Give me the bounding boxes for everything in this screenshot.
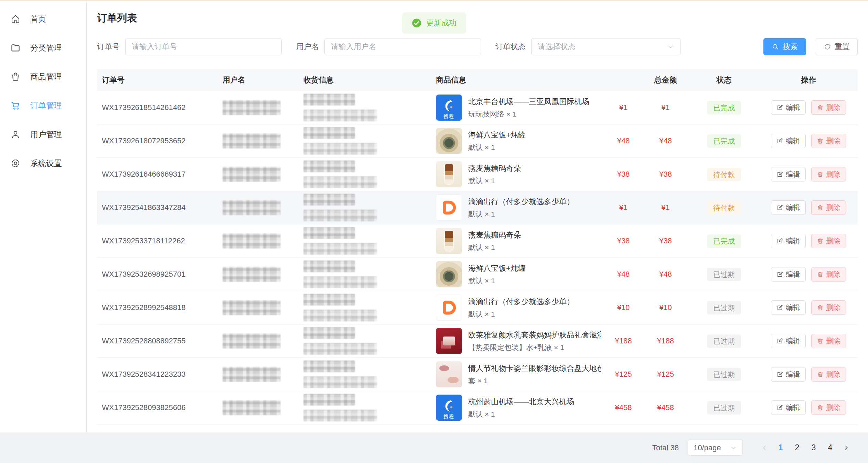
address-cell: [300, 127, 432, 155]
price-cell: ¥48: [604, 136, 642, 145]
delete-button[interactable]: 删除: [811, 234, 846, 248]
status-badge: 已过期: [707, 368, 741, 381]
edit-button[interactable]: 编辑: [771, 134, 806, 148]
redacted-address-line1: [303, 227, 355, 239]
unit-price: ¥458: [615, 403, 632, 412]
product-spec: 默认 × 1: [468, 276, 526, 286]
edit-button[interactable]: 编辑: [771, 300, 806, 315]
status-cell: 已完成: [689, 234, 759, 248]
edit-button[interactable]: 编辑: [771, 100, 806, 115]
total-cell: ¥1: [642, 203, 689, 212]
edit-button-label: 编辑: [786, 370, 800, 379]
table-row: WX17392533718112262 燕麦焦糖码奇朵 默认 × 1 ¥38 ¥…: [97, 224, 858, 258]
redacted-address-line1: [303, 294, 355, 306]
edit-button[interactable]: 编辑: [771, 234, 806, 248]
product-cell: 携程 北京丰台机场——三亚凤凰国际机场 玩玩技网络 × 1: [432, 95, 604, 121]
sidebar-item-categories[interactable]: 分类管理: [0, 33, 86, 62]
username-cell: [219, 333, 300, 349]
prev-page-button[interactable]: [757, 440, 772, 456]
actions-cell: 编辑 删除: [759, 200, 858, 215]
edit-icon: [776, 304, 783, 311]
price-cell: ¥38: [604, 236, 642, 245]
unit-price: ¥188: [615, 337, 632, 345]
username-input[interactable]: [324, 38, 481, 55]
edit-button[interactable]: 编辑: [771, 167, 806, 181]
sidebar-item-products[interactable]: 商品管理: [0, 62, 86, 91]
redacted-username: [223, 400, 280, 415]
page-button-2[interactable]: 2: [789, 440, 805, 456]
delete-button[interactable]: 删除: [811, 167, 846, 181]
product-cell: 情人节礼物卡姿兰眼影彩妆综合盘大地色... 套 × 1: [432, 361, 604, 387]
product-image: 携程: [436, 395, 462, 421]
delete-button[interactable]: 删除: [811, 367, 846, 382]
edit-button[interactable]: 编辑: [771, 200, 806, 215]
status-cell: 已过期: [689, 301, 759, 315]
sidebar-item-settings[interactable]: 系统设置: [0, 149, 86, 178]
actions-cell: 编辑 删除: [759, 267, 858, 282]
redacted-address-line2: [303, 243, 377, 255]
total-amount: ¥48: [659, 270, 672, 278]
edit-button[interactable]: 编辑: [771, 367, 806, 382]
page-size-select[interactable]: 10/page: [688, 440, 743, 456]
delete-button[interactable]: 删除: [811, 200, 846, 215]
page-button-4[interactable]: 4: [822, 440, 838, 456]
price-cell: ¥38: [604, 170, 642, 179]
edit-button-label: 编辑: [786, 136, 800, 146]
page-button-1[interactable]: 1: [772, 440, 789, 456]
sidebar: 首页 分类管理 商品管理 订单管理 用户管理 系统设置: [0, 1, 87, 432]
search-button[interactable]: 搜索: [763, 38, 806, 55]
table-row: WX17392618072953652 海鲜八宝饭+炖罐 默认 × 1 ¥48 …: [97, 124, 858, 158]
table-row: WX17392528341223233 情人节礼物卡姿兰眼影彩妆综合盘大地色..…: [97, 358, 858, 391]
delete-button-label: 删除: [826, 303, 840, 312]
redacted-address-line2: [303, 210, 377, 221]
search-icon: [772, 43, 779, 51]
delete-icon: [817, 371, 824, 378]
status-badge: 已过期: [707, 334, 741, 348]
table-row: WX17392616466669317 燕麦焦糖码奇朵 默认 × 1 ¥38 ¥…: [97, 158, 858, 191]
status-select[interactable]: 请选择状态: [531, 38, 681, 55]
order-admin-app: 首页 分类管理 商品管理 订单管理 用户管理 系统设置 订单列表 更新成功 订单…: [0, 0, 868, 463]
username-cell: [219, 133, 300, 148]
order-no: WX17392528093825606: [102, 403, 185, 412]
delete-button[interactable]: 删除: [811, 400, 846, 415]
page-button-3[interactable]: 3: [805, 440, 822, 456]
reset-button[interactable]: 重置: [816, 38, 858, 55]
col-header-username: 用户名: [219, 75, 300, 85]
redacted-address-line2: [303, 343, 377, 355]
edit-icon: [776, 371, 783, 378]
delete-button-label: 删除: [826, 236, 840, 246]
order-no-input[interactable]: [125, 38, 282, 55]
next-page-button[interactable]: [838, 440, 854, 456]
product-spec: 套 × 1: [468, 376, 601, 386]
total-cell: ¥38: [642, 236, 689, 245]
total-amount: ¥458: [657, 403, 674, 412]
delete-button[interactable]: 删除: [811, 267, 846, 282]
order-no: WX17392532698925701: [102, 270, 185, 278]
orders-table: 订单号 用户名 收货信息 商品信息 总金额 状态 操作 WX1739261851…: [97, 69, 858, 425]
sidebar-item-orders[interactable]: 订单管理: [0, 91, 86, 120]
product-title: 滴滴出行（付多少就选多少单）: [468, 296, 574, 307]
edit-button[interactable]: 编辑: [771, 334, 806, 348]
address-cell: [300, 161, 432, 188]
delete-button[interactable]: 删除: [811, 100, 846, 115]
username-cell: [219, 233, 300, 249]
product-spec: 默认 × 1: [468, 309, 574, 319]
order-no: WX17392616466669317: [102, 170, 185, 178]
order-no-cell: WX17392618072953652: [97, 136, 219, 145]
delete-button[interactable]: 删除: [811, 134, 846, 148]
unit-price: ¥1: [619, 103, 628, 112]
sidebar-item-users[interactable]: 用户管理: [0, 120, 86, 149]
status-badge: 已过期: [707, 301, 741, 315]
order-no-cell: WX17392528992548818: [97, 303, 219, 312]
delete-icon: [817, 238, 824, 244]
total-cell: ¥10: [642, 303, 689, 312]
redacted-address-line2: [303, 310, 377, 321]
status-badge: 已完成: [707, 134, 741, 148]
sidebar-item-home[interactable]: 首页: [0, 4, 86, 33]
table-row: WX17392528808892755 欧莱雅复颜水乳套装妈妈护肤品礼盒滋润..…: [97, 324, 858, 358]
delete-button[interactable]: 删除: [811, 334, 846, 348]
edit-button[interactable]: 编辑: [771, 267, 806, 282]
status-select-placeholder: 请选择状态: [538, 42, 576, 52]
edit-button[interactable]: 编辑: [771, 400, 806, 415]
delete-button[interactable]: 删除: [811, 300, 846, 315]
